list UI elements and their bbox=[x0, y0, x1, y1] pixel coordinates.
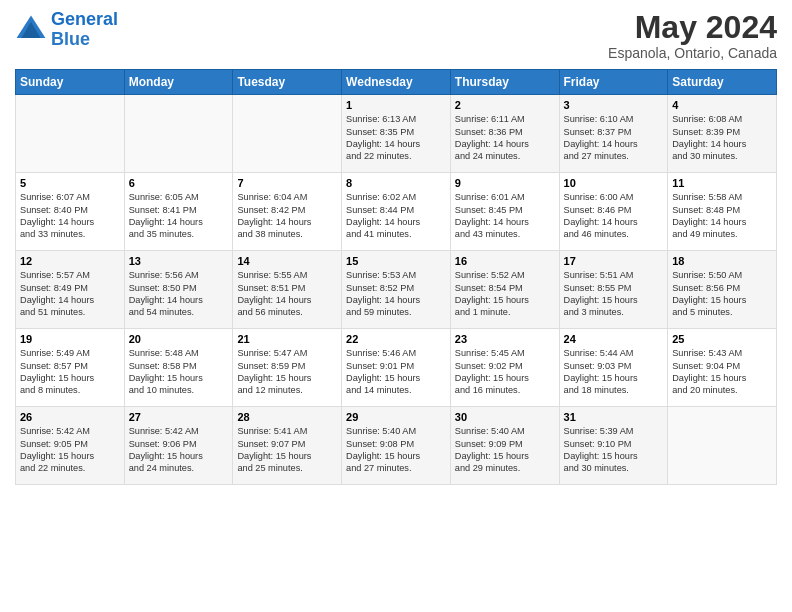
day-number: 30 bbox=[455, 411, 555, 423]
day-number: 12 bbox=[20, 255, 120, 267]
calendar-cell: 22Sunrise: 5:46 AM Sunset: 9:01 PM Dayli… bbox=[342, 329, 451, 407]
header-row: SundayMondayTuesdayWednesdayThursdayFrid… bbox=[16, 70, 777, 95]
day-info: Sunrise: 5:41 AM Sunset: 9:07 PM Dayligh… bbox=[237, 425, 337, 475]
day-info: Sunrise: 5:40 AM Sunset: 9:09 PM Dayligh… bbox=[455, 425, 555, 475]
day-number: 6 bbox=[129, 177, 229, 189]
day-number: 28 bbox=[237, 411, 337, 423]
day-info: Sunrise: 6:07 AM Sunset: 8:40 PM Dayligh… bbox=[20, 191, 120, 241]
calendar-cell: 16Sunrise: 5:52 AM Sunset: 8:54 PM Dayli… bbox=[450, 251, 559, 329]
day-number: 21 bbox=[237, 333, 337, 345]
day-number: 27 bbox=[129, 411, 229, 423]
day-info: Sunrise: 5:47 AM Sunset: 8:59 PM Dayligh… bbox=[237, 347, 337, 397]
calendar-cell: 15Sunrise: 5:53 AM Sunset: 8:52 PM Dayli… bbox=[342, 251, 451, 329]
title-block: May 2024 Espanola, Ontario, Canada bbox=[608, 10, 777, 61]
day-info: Sunrise: 6:01 AM Sunset: 8:45 PM Dayligh… bbox=[455, 191, 555, 241]
day-number: 13 bbox=[129, 255, 229, 267]
calendar-week-row: 26Sunrise: 5:42 AM Sunset: 9:05 PM Dayli… bbox=[16, 407, 777, 485]
day-info: Sunrise: 6:10 AM Sunset: 8:37 PM Dayligh… bbox=[564, 113, 664, 163]
weekday-header: Wednesday bbox=[342, 70, 451, 95]
logo-icon bbox=[15, 14, 47, 46]
day-info: Sunrise: 5:55 AM Sunset: 8:51 PM Dayligh… bbox=[237, 269, 337, 319]
day-number: 16 bbox=[455, 255, 555, 267]
calendar-week-row: 12Sunrise: 5:57 AM Sunset: 8:49 PM Dayli… bbox=[16, 251, 777, 329]
day-number: 5 bbox=[20, 177, 120, 189]
day-number: 17 bbox=[564, 255, 664, 267]
calendar-cell: 19Sunrise: 5:49 AM Sunset: 8:57 PM Dayli… bbox=[16, 329, 125, 407]
weekday-header: Friday bbox=[559, 70, 668, 95]
calendar-table: SundayMondayTuesdayWednesdayThursdayFrid… bbox=[15, 69, 777, 485]
calendar-cell bbox=[233, 95, 342, 173]
day-number: 31 bbox=[564, 411, 664, 423]
day-number: 8 bbox=[346, 177, 446, 189]
weekday-header: Tuesday bbox=[233, 70, 342, 95]
day-number: 10 bbox=[564, 177, 664, 189]
calendar-cell: 26Sunrise: 5:42 AM Sunset: 9:05 PM Dayli… bbox=[16, 407, 125, 485]
calendar-cell: 13Sunrise: 5:56 AM Sunset: 8:50 PM Dayli… bbox=[124, 251, 233, 329]
calendar-week-row: 5Sunrise: 6:07 AM Sunset: 8:40 PM Daylig… bbox=[16, 173, 777, 251]
main-title: May 2024 bbox=[608, 10, 777, 45]
day-number: 20 bbox=[129, 333, 229, 345]
calendar-cell: 25Sunrise: 5:43 AM Sunset: 9:04 PM Dayli… bbox=[668, 329, 777, 407]
day-number: 4 bbox=[672, 99, 772, 111]
header: General Blue May 2024 Espanola, Ontario,… bbox=[15, 10, 777, 61]
day-number: 22 bbox=[346, 333, 446, 345]
day-info: Sunrise: 5:44 AM Sunset: 9:03 PM Dayligh… bbox=[564, 347, 664, 397]
day-info: Sunrise: 5:57 AM Sunset: 8:49 PM Dayligh… bbox=[20, 269, 120, 319]
calendar-cell: 14Sunrise: 5:55 AM Sunset: 8:51 PM Dayli… bbox=[233, 251, 342, 329]
day-info: Sunrise: 6:00 AM Sunset: 8:46 PM Dayligh… bbox=[564, 191, 664, 241]
calendar-cell: 31Sunrise: 5:39 AM Sunset: 9:10 PM Dayli… bbox=[559, 407, 668, 485]
calendar-cell: 12Sunrise: 5:57 AM Sunset: 8:49 PM Dayli… bbox=[16, 251, 125, 329]
day-number: 23 bbox=[455, 333, 555, 345]
page: General Blue May 2024 Espanola, Ontario,… bbox=[0, 0, 792, 612]
day-info: Sunrise: 6:11 AM Sunset: 8:36 PM Dayligh… bbox=[455, 113, 555, 163]
day-info: Sunrise: 6:04 AM Sunset: 8:42 PM Dayligh… bbox=[237, 191, 337, 241]
calendar-cell: 27Sunrise: 5:42 AM Sunset: 9:06 PM Dayli… bbox=[124, 407, 233, 485]
calendar-cell: 1Sunrise: 6:13 AM Sunset: 8:35 PM Daylig… bbox=[342, 95, 451, 173]
weekday-header: Thursday bbox=[450, 70, 559, 95]
calendar-cell bbox=[668, 407, 777, 485]
day-info: Sunrise: 6:02 AM Sunset: 8:44 PM Dayligh… bbox=[346, 191, 446, 241]
calendar-cell: 23Sunrise: 5:45 AM Sunset: 9:02 PM Dayli… bbox=[450, 329, 559, 407]
day-info: Sunrise: 5:52 AM Sunset: 8:54 PM Dayligh… bbox=[455, 269, 555, 319]
day-number: 1 bbox=[346, 99, 446, 111]
calendar-cell: 21Sunrise: 5:47 AM Sunset: 8:59 PM Dayli… bbox=[233, 329, 342, 407]
calendar-cell: 9Sunrise: 6:01 AM Sunset: 8:45 PM Daylig… bbox=[450, 173, 559, 251]
calendar-cell: 4Sunrise: 6:08 AM Sunset: 8:39 PM Daylig… bbox=[668, 95, 777, 173]
weekday-header: Saturday bbox=[668, 70, 777, 95]
day-number: 14 bbox=[237, 255, 337, 267]
calendar-cell: 28Sunrise: 5:41 AM Sunset: 9:07 PM Dayli… bbox=[233, 407, 342, 485]
calendar-cell: 30Sunrise: 5:40 AM Sunset: 9:09 PM Dayli… bbox=[450, 407, 559, 485]
day-number: 15 bbox=[346, 255, 446, 267]
weekday-header: Monday bbox=[124, 70, 233, 95]
calendar-cell: 17Sunrise: 5:51 AM Sunset: 8:55 PM Dayli… bbox=[559, 251, 668, 329]
logo-general: General bbox=[51, 9, 118, 29]
day-info: Sunrise: 5:56 AM Sunset: 8:50 PM Dayligh… bbox=[129, 269, 229, 319]
calendar-cell: 2Sunrise: 6:11 AM Sunset: 8:36 PM Daylig… bbox=[450, 95, 559, 173]
calendar-cell: 8Sunrise: 6:02 AM Sunset: 8:44 PM Daylig… bbox=[342, 173, 451, 251]
calendar-cell bbox=[124, 95, 233, 173]
logo-blue: Blue bbox=[51, 29, 90, 49]
calendar-cell: 18Sunrise: 5:50 AM Sunset: 8:56 PM Dayli… bbox=[668, 251, 777, 329]
day-info: Sunrise: 5:46 AM Sunset: 9:01 PM Dayligh… bbox=[346, 347, 446, 397]
day-number: 9 bbox=[455, 177, 555, 189]
calendar-cell: 10Sunrise: 6:00 AM Sunset: 8:46 PM Dayli… bbox=[559, 173, 668, 251]
calendar-cell: 3Sunrise: 6:10 AM Sunset: 8:37 PM Daylig… bbox=[559, 95, 668, 173]
day-number: 18 bbox=[672, 255, 772, 267]
weekday-header: Sunday bbox=[16, 70, 125, 95]
calendar-cell: 6Sunrise: 6:05 AM Sunset: 8:41 PM Daylig… bbox=[124, 173, 233, 251]
calendar-cell bbox=[16, 95, 125, 173]
calendar-cell: 24Sunrise: 5:44 AM Sunset: 9:03 PM Dayli… bbox=[559, 329, 668, 407]
calendar-header: SundayMondayTuesdayWednesdayThursdayFrid… bbox=[16, 70, 777, 95]
day-info: Sunrise: 5:45 AM Sunset: 9:02 PM Dayligh… bbox=[455, 347, 555, 397]
day-info: Sunrise: 5:58 AM Sunset: 8:48 PM Dayligh… bbox=[672, 191, 772, 241]
day-info: Sunrise: 5:42 AM Sunset: 9:05 PM Dayligh… bbox=[20, 425, 120, 475]
day-info: Sunrise: 5:42 AM Sunset: 9:06 PM Dayligh… bbox=[129, 425, 229, 475]
day-info: Sunrise: 6:08 AM Sunset: 8:39 PM Dayligh… bbox=[672, 113, 772, 163]
calendar-cell: 29Sunrise: 5:40 AM Sunset: 9:08 PM Dayli… bbox=[342, 407, 451, 485]
day-number: 26 bbox=[20, 411, 120, 423]
day-info: Sunrise: 5:43 AM Sunset: 9:04 PM Dayligh… bbox=[672, 347, 772, 397]
calendar-week-row: 19Sunrise: 5:49 AM Sunset: 8:57 PM Dayli… bbox=[16, 329, 777, 407]
day-info: Sunrise: 5:49 AM Sunset: 8:57 PM Dayligh… bbox=[20, 347, 120, 397]
day-number: 3 bbox=[564, 99, 664, 111]
day-number: 11 bbox=[672, 177, 772, 189]
